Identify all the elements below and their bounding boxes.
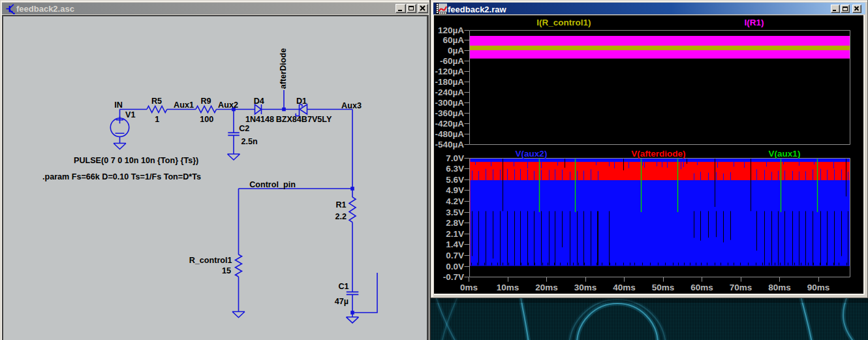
svg-text:afterDiode: afterDiode [279, 48, 288, 89]
svg-text:15: 15 [222, 266, 231, 275]
svg-text:-60µA: -60µA [440, 56, 464, 66]
svg-text:-300µA: -300µA [435, 98, 464, 108]
svg-text:0ms: 0ms [460, 283, 478, 292]
svg-text:2.1V: 2.1V [446, 229, 464, 239]
svg-text:47µ: 47µ [335, 297, 349, 306]
svg-text:BZX84B7V5LY: BZX84B7V5LY [276, 115, 332, 124]
svg-text:0.0V: 0.0V [446, 262, 464, 271]
svg-text:I(R_control1): I(R_control1) [536, 18, 591, 27]
svg-text:I(R1): I(R1) [745, 18, 764, 27]
svg-text:4.2V: 4.2V [446, 196, 464, 206]
svg-text:10ms: 10ms [497, 283, 519, 292]
svg-text:60ms: 60ms [690, 283, 713, 292]
svg-text:IN: IN [114, 100, 123, 110]
svg-text:0µA: 0µA [448, 46, 464, 55]
svg-text:5.6V: 5.6V [446, 175, 464, 185]
svg-text:Aux3: Aux3 [341, 101, 362, 110]
svg-text:20ms: 20ms [535, 283, 558, 292]
svg-text:V(aux2): V(aux2) [516, 149, 548, 159]
svg-text:Aux1: Aux1 [174, 100, 194, 110]
svg-text:-0.7V: -0.7V [443, 272, 464, 282]
svg-text:V1: V1 [125, 110, 135, 119]
svg-text:R5: R5 [151, 97, 162, 106]
svg-text:.param Fs=66k D=0.10 Ts=1/Fs T: .param Fs=66k D=0.10 Ts=1/Fs Ton=D*Ts [42, 172, 201, 181]
svg-text:C2: C2 [239, 124, 249, 133]
svg-text:60µA: 60µA [442, 35, 464, 45]
svg-text:30ms: 30ms [574, 283, 597, 292]
svg-text:120µA: 120µA [438, 25, 464, 35]
svg-text:-420µA: -420µA [435, 119, 464, 129]
svg-text:4.9V: 4.9V [446, 185, 464, 195]
svg-text:2.2: 2.2 [335, 212, 347, 221]
svg-text:7.0V: 7.0V [446, 153, 464, 163]
svg-text:40ms: 40ms [613, 283, 636, 292]
svg-text:2.5n: 2.5n [241, 137, 258, 146]
svg-text:1N4148: 1N4148 [245, 115, 274, 124]
svg-text:PULSE(0 7 0 10n 10n {Ton} {Ts}: PULSE(0 7 0 10n 10n {Ton} {Ts}) [74, 156, 198, 165]
svg-text:-360µA: -360µA [435, 108, 464, 118]
svg-text:V(afterdiode): V(afterdiode) [631, 149, 685, 159]
svg-text:-540µA: -540µA [435, 140, 464, 149]
svg-text:0.7V: 0.7V [446, 251, 464, 260]
svg-text:90ms: 90ms [807, 283, 830, 292]
svg-text:-480µA: -480µA [435, 129, 464, 139]
svg-text:70ms: 70ms [730, 283, 752, 292]
svg-text:D1: D1 [296, 97, 307, 106]
svg-text:80ms: 80ms [768, 283, 791, 292]
svg-text:C1: C1 [338, 282, 349, 291]
svg-text:R9: R9 [200, 97, 211, 106]
svg-text:D4: D4 [254, 97, 264, 106]
svg-text:R_control1: R_control1 [189, 256, 232, 265]
svg-text:1.4V: 1.4V [446, 240, 464, 249]
svg-text:50ms: 50ms [652, 283, 675, 292]
svg-text:6.3V: 6.3V [446, 164, 464, 174]
svg-text:V(aux1): V(aux1) [769, 149, 801, 159]
svg-text:-240µA: -240µA [435, 87, 464, 97]
svg-text:Aux2: Aux2 [218, 100, 238, 110]
svg-text:100: 100 [200, 115, 213, 124]
svg-text:R1: R1 [335, 200, 346, 209]
svg-text:-120µA: -120µA [435, 67, 464, 76]
svg-text:3.5V: 3.5V [446, 208, 464, 217]
svg-text:-180µA: -180µA [435, 77, 464, 87]
svg-text:2.8V: 2.8V [446, 218, 464, 228]
svg-text:1: 1 [155, 115, 159, 124]
svg-text:Control_pin: Control_pin [249, 180, 296, 189]
